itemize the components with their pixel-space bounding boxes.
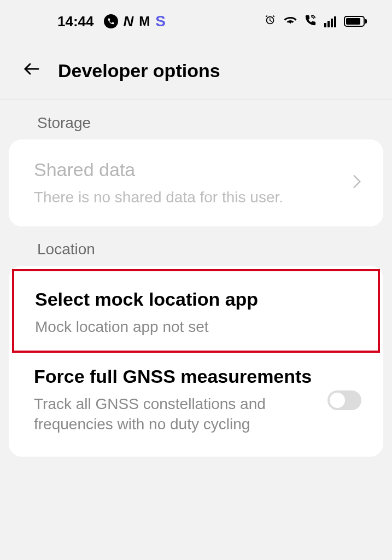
shared-data-content: Shared data There is no shared data for … bbox=[34, 159, 353, 208]
app-n-icon: N bbox=[124, 13, 134, 30]
status-right bbox=[264, 14, 365, 29]
wifi-icon bbox=[284, 14, 297, 29]
status-time: 14:44 bbox=[57, 13, 94, 30]
section-header-location: Location bbox=[0, 226, 392, 266]
mock-location-item[interactable]: Select mock location app Mock location a… bbox=[14, 271, 378, 351]
location-card: Select mock location app Mock location a… bbox=[9, 266, 383, 457]
page-header: Developer options bbox=[0, 43, 392, 100]
signal-icon bbox=[324, 15, 336, 27]
mock-location-content: Select mock location app Mock location a… bbox=[35, 289, 356, 337]
gnss-item[interactable]: Force full GNSS measurements Track all G… bbox=[9, 353, 383, 457]
app-m-icon: M bbox=[139, 14, 150, 29]
battery-icon bbox=[344, 16, 365, 27]
storage-card: Shared data There is no shared data for … bbox=[9, 139, 383, 226]
mock-location-subtitle: Mock location app not set bbox=[35, 317, 356, 337]
status-left: 14:44 N M S bbox=[57, 13, 166, 30]
gnss-content: Force full GNSS measurements Track all G… bbox=[34, 366, 327, 435]
mock-location-title: Select mock location app bbox=[35, 289, 356, 310]
page-title: Developer options bbox=[58, 60, 220, 81]
gnss-toggle[interactable] bbox=[327, 390, 361, 410]
shared-data-item[interactable]: Shared data There is no shared data for … bbox=[9, 139, 383, 226]
shared-data-title: Shared data bbox=[34, 159, 353, 180]
back-button[interactable] bbox=[22, 59, 42, 82]
chevron-right-icon bbox=[353, 174, 361, 193]
wifi-calling-icon bbox=[305, 14, 317, 28]
mock-location-highlight: Select mock location app Mock location a… bbox=[12, 269, 380, 353]
app-s-icon: S bbox=[155, 13, 166, 30]
shared-data-subtitle: There is no shared data for this user. bbox=[34, 187, 353, 208]
section-header-storage: Storage bbox=[0, 100, 392, 139]
status-bar: 14:44 N M S bbox=[0, 0, 392, 43]
gnss-subtitle: Track all GNSS constellations and freque… bbox=[34, 394, 327, 435]
alarm-icon bbox=[264, 14, 276, 28]
gnss-title: Force full GNSS measurements bbox=[34, 366, 327, 387]
phone-icon bbox=[104, 14, 118, 28]
status-app-icons: N M S bbox=[104, 13, 166, 30]
